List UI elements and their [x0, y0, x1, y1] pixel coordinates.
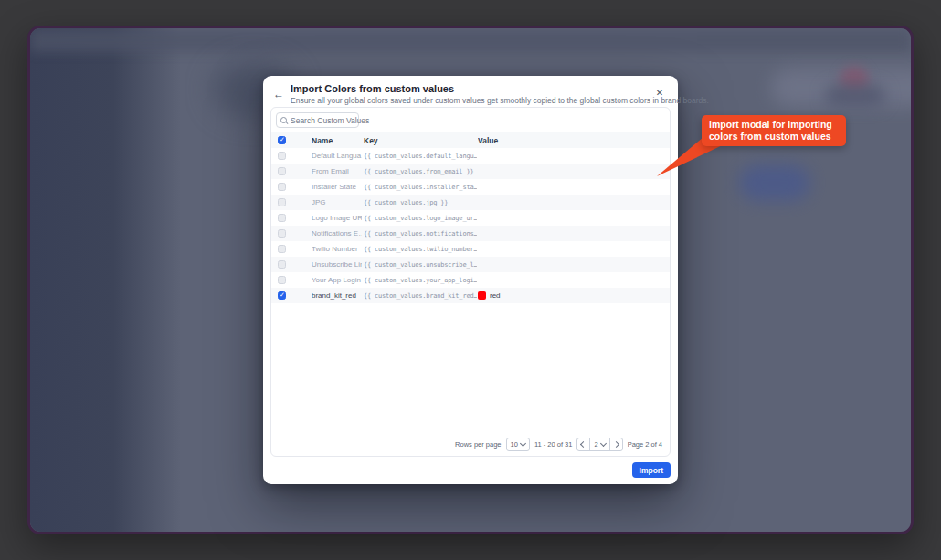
row-key: {{ custom_values.jpg }} [364, 199, 448, 206]
back-icon[interactable]: ← [272, 88, 285, 100]
row-checkbox[interactable] [278, 276, 286, 284]
column-header-key: Key [364, 136, 378, 145]
range-text: 11 - 20 of 31 [534, 440, 573, 449]
row-key: {{ custom_values.default_langu… [364, 153, 477, 160]
color-swatch-red [478, 291, 486, 300]
row-checkbox[interactable] [278, 229, 286, 238]
row-checkbox[interactable] [278, 167, 286, 175]
row-checkbox[interactable] [278, 245, 286, 253]
row-checkbox[interactable] [278, 214, 286, 222]
modal-subtitle: Ensure all your global colors saved unde… [291, 96, 647, 106]
row-value: red [490, 291, 501, 300]
table-row[interactable]: Twilio Number {{ custom_values.twilio_nu… [271, 241, 670, 257]
annotation-callout: import modal for importing colors from c… [702, 115, 846, 146]
prev-page-button[interactable] [577, 438, 589, 450]
row-name: Notifications E… [312, 229, 362, 238]
row-name: JPG [312, 198, 326, 206]
row-name: Logo Image URL [312, 214, 362, 222]
row-name: Twilio Number [312, 245, 358, 253]
column-header-name: Name [312, 136, 333, 145]
search-placeholder: Search Custom Values [291, 116, 369, 125]
page-select[interactable]: 2 [589, 438, 609, 450]
column-header-value: Value [478, 136, 498, 145]
search-input[interactable]: Search Custom Values [276, 112, 359, 128]
rows-per-page-value: 10 [511, 440, 518, 449]
table-row[interactable]: JPG {{ custom_values.jpg }} [271, 195, 670, 210]
table-row[interactable]: Your App Login … {{ custom_values.your_a… [271, 272, 670, 288]
row-key: {{ custom_values.twilio_number… [364, 246, 477, 253]
row-checkbox[interactable] [278, 260, 286, 269]
page-value: 2 [594, 440, 597, 449]
page-controls: 2 [576, 438, 622, 451]
row-key: {{ custom_values.from_email }} [364, 168, 473, 175]
row-name: From Email [312, 167, 349, 175]
blurred-shape [770, 69, 914, 107]
row-name: brand_kit_red [312, 291, 356, 300]
row-name: Unsubscribe Link [312, 260, 362, 269]
rows-per-page-select[interactable]: 10 [506, 438, 530, 451]
table-row[interactable]: Logo Image URL {{ custom_values.logo_ima… [271, 210, 670, 226]
page-indicator-text: Page 2 of 4 [628, 440, 662, 449]
row-key: {{ custom_values.logo_image_ur… [364, 215, 477, 222]
custom-values-table-card: Search Custom Values Name Key Value Defa… [270, 107, 671, 457]
row-key: {{ custom_values.unsubscribe_l… [364, 261, 477, 269]
chevron-right-icon [613, 441, 619, 448]
chevron-left-icon [580, 441, 587, 448]
row-key: {{ custom_values.brand_kit_red… [364, 292, 477, 300]
table-header-row: Name Key Value [271, 132, 670, 149]
table-row[interactable]: Default Langua… {{ custom_values.default… [271, 148, 670, 164]
search-icon [280, 117, 288, 124]
table-row[interactable]: From Email {{ custom_values.from_email }… [271, 164, 670, 179]
next-page-button[interactable] [610, 438, 622, 450]
rows-per-page-label: Rows per page [455, 440, 501, 449]
modal-titles: Import Colors from custom values Ensure … [291, 83, 647, 106]
row-key: {{ custom_values.installer_sta… [364, 184, 477, 191]
blurred-avatar [840, 67, 869, 94]
table-row[interactable]: Unsubscribe Link {{ custom_values.unsubs… [271, 257, 670, 272]
row-name: Installer State [312, 183, 356, 191]
select-all-checkbox[interactable] [278, 136, 286, 144]
blurred-shape [825, 85, 885, 107]
blurred-sidebar [30, 28, 181, 532]
row-checkbox[interactable] [278, 152, 286, 160]
row-name: Default Langua… [312, 152, 362, 160]
modal-title: Import Colors from custom values [291, 83, 647, 95]
import-colors-modal: ← Import Colors from custom values Ensur… [263, 76, 678, 484]
chevron-down-icon [520, 440, 526, 447]
import-button[interactable]: Import [632, 462, 671, 478]
row-checkbox[interactable] [278, 183, 286, 191]
row-key: {{ custom_values.your_app_logi… [364, 277, 477, 284]
row-name: Your App Login … [312, 276, 362, 284]
row-checkbox[interactable] [278, 198, 286, 206]
blurred-button [739, 164, 810, 201]
row-key: {{ custom_values.notifications… [364, 230, 477, 238]
modal-header: ← Import Colors from custom values Ensur… [270, 83, 671, 105]
pagination: Rows per page 10 11 - 20 of 31 2 Page 2 … [455, 438, 662, 451]
table-row[interactable]: Installer State {{ custom_values.install… [271, 179, 670, 195]
close-icon[interactable]: ✕ [654, 88, 665, 99]
row-checkbox[interactable] [278, 291, 286, 300]
blurred-topbar [30, 28, 911, 52]
chevron-down-icon [600, 440, 607, 447]
table-row-selected[interactable]: brand_kit_red {{ custom_values.brand_kit… [271, 288, 670, 303]
table-row[interactable]: Notifications E… {{ custom_values.notifi… [271, 226, 670, 241]
